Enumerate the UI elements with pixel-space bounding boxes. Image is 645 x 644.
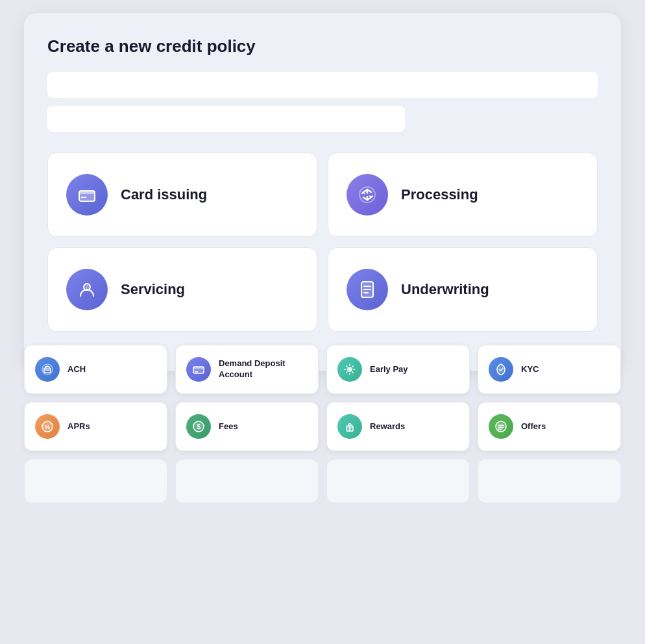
ach-label: ACH — [67, 364, 86, 375]
fees-icon: $ — [186, 414, 211, 439]
category-underwriting[interactable]: Underwriting — [328, 247, 598, 332]
rewards-label: Rewards — [370, 421, 405, 432]
mini-card-kyc[interactable]: KYC — [478, 345, 621, 394]
svg-rect-17 — [195, 371, 198, 373]
underwriting-label: Underwriting — [401, 281, 489, 298]
mini-card-ach[interactable]: ACH — [24, 345, 167, 394]
svg-line-23 — [347, 366, 348, 367]
offers-label: Offers — [521, 421, 546, 432]
early-pay-label: Early Pay — [370, 364, 408, 375]
svg-text:$: $ — [197, 423, 201, 430]
aprs-icon: % — [35, 414, 60, 439]
dda-label: Demand Deposit Account — [219, 358, 308, 380]
ghost-card-2 — [175, 459, 319, 503]
category-grid: Card issuing Processing — [47, 153, 598, 332]
ghost-card-4 — [478, 459, 621, 503]
processing-label: Processing — [401, 186, 478, 203]
input-bar-1[interactable] — [47, 72, 598, 98]
svg-rect-16 — [193, 367, 204, 369]
mini-card-offers[interactable]: Offers — [478, 402, 621, 451]
underwriting-icon — [347, 269, 388, 310]
input-bar-2[interactable] — [47, 106, 405, 132]
svg-text:%: % — [45, 424, 50, 430]
servicing-icon — [66, 269, 108, 310]
card-issuing-label: Card issuing — [121, 186, 207, 203]
mini-card-dda[interactable]: Demand Deposit Account — [175, 345, 319, 394]
svg-rect-3 — [81, 197, 86, 198]
kyc-icon — [489, 357, 513, 382]
fees-label: Fees — [219, 421, 238, 432]
page-wrapper: Create a new credit policy Card issuing — [0, 0, 645, 644]
ghost-card-1 — [24, 459, 167, 503]
rewards-icon — [337, 414, 362, 439]
page-title: Create a new credit policy — [47, 36, 598, 56]
dda-icon — [186, 357, 211, 382]
early-pay-icon — [337, 357, 362, 382]
svg-line-24 — [352, 372, 354, 373]
kyc-label: KYC — [521, 364, 539, 375]
bottom-row-3 — [24, 459, 621, 511]
mini-card-fees[interactable]: $ Fees — [175, 402, 319, 451]
category-processing[interactable]: Processing — [328, 153, 598, 237]
svg-point-34 — [496, 421, 506, 432]
svg-point-18 — [347, 367, 352, 372]
ach-icon — [35, 357, 60, 382]
offers-icon — [489, 414, 513, 439]
bottom-row-1: ACH Demand Deposit Account — [24, 345, 621, 394]
servicing-label: Servicing — [121, 281, 185, 298]
mini-card-rewards[interactable]: Rewards — [326, 402, 470, 451]
mini-card-aprs[interactable]: % APRs — [24, 402, 167, 451]
mini-card-early-pay[interactable]: Early Pay — [326, 345, 470, 394]
category-servicing[interactable]: Servicing — [47, 247, 317, 332]
ghost-card-3 — [326, 459, 470, 503]
bottom-row-2: % APRs $ Fees — [24, 402, 621, 451]
category-card-issuing[interactable]: Card issuing — [47, 153, 317, 237]
processing-icon — [347, 174, 388, 216]
svg-line-25 — [352, 366, 354, 367]
main-card: Create a new credit policy Card issuing — [24, 13, 621, 371]
card-issuing-icon — [66, 174, 108, 216]
svg-line-26 — [347, 372, 348, 373]
aprs-label: APRs — [67, 421, 90, 432]
